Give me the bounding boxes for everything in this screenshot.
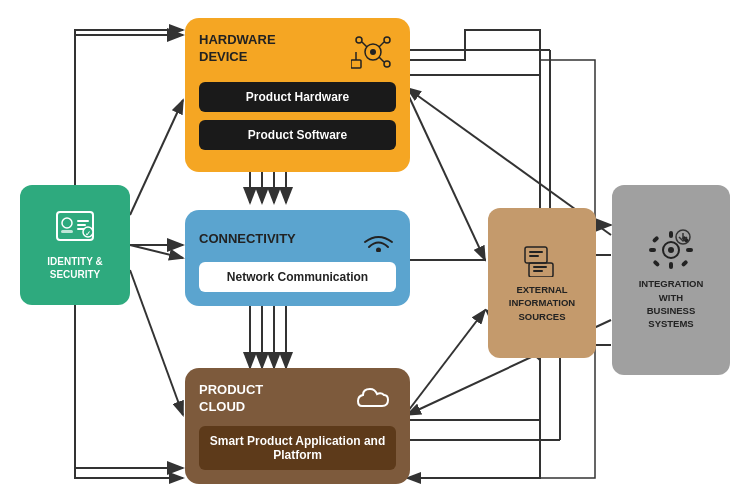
hardware-title: HARDWAREDEVICE	[199, 32, 276, 66]
hardware-icon	[351, 32, 396, 72]
svg-rect-39	[61, 230, 73, 233]
svg-point-55	[376, 248, 381, 253]
svg-rect-40	[77, 220, 89, 222]
hardware-device-box: HARDWAREDEVICE Product Hardware Product …	[185, 18, 410, 172]
product-cloud-box: PRODUCTCLOUD Smart Product Application a…	[185, 368, 410, 484]
connectivity-title: CONNECTIVITY	[199, 231, 296, 246]
svg-point-47	[356, 37, 362, 43]
integration-label: INTEGRATIONWITHBUSINESSSYSTEMS	[639, 277, 704, 330]
svg-line-51	[379, 42, 384, 47]
product-software-item: Product Software	[199, 120, 396, 150]
svg-rect-71	[681, 260, 689, 268]
svg-rect-53	[351, 60, 361, 68]
svg-rect-65	[669, 262, 673, 269]
svg-point-46	[370, 49, 376, 55]
smart-product-item: Smart Product Application and Platform	[199, 426, 396, 470]
svg-rect-60	[533, 266, 547, 268]
svg-line-4	[130, 270, 183, 415]
svg-line-2	[130, 100, 183, 215]
svg-point-48	[384, 37, 390, 43]
svg-line-5	[405, 88, 485, 260]
svg-rect-66	[649, 248, 656, 252]
svg-rect-64	[669, 231, 673, 238]
connectivity-box: CONNECTIVITY Network Communication	[185, 210, 410, 306]
identity-label: IDENTITY & SECURITY	[28, 255, 122, 281]
connectivity-icon	[361, 224, 396, 252]
external-label: EXTERNALINFORMATIONSOURCES	[509, 283, 575, 323]
svg-point-38	[62, 218, 72, 228]
svg-point-49	[384, 61, 390, 67]
svg-rect-70	[652, 260, 660, 268]
cloud-icon	[354, 382, 396, 414]
network-communication-item: Network Communication	[199, 262, 396, 292]
svg-rect-57	[529, 251, 543, 253]
svg-rect-68	[652, 236, 660, 244]
svg-line-52	[379, 57, 384, 62]
cloud-title: PRODUCTCLOUD	[199, 382, 263, 416]
product-hardware-item: Product Hardware	[199, 82, 396, 112]
svg-line-3	[130, 245, 183, 258]
integration-icon	[647, 229, 695, 271]
svg-line-50	[362, 42, 367, 47]
integration-box: INTEGRATIONWITHBUSINESSSYSTEMS	[612, 185, 730, 375]
identity-icon: ✓	[55, 210, 95, 249]
diagram-container: ✓ IDENTITY & SECURITY HARDWAREDEVICE Pro…	[0, 0, 751, 501]
external-information-box: EXTERNALINFORMATIONSOURCES	[488, 208, 596, 358]
identity-security-box: ✓ IDENTITY & SECURITY	[20, 185, 130, 305]
svg-line-6	[405, 310, 485, 415]
external-icon	[523, 243, 561, 277]
svg-point-63	[668, 247, 674, 253]
svg-rect-58	[529, 255, 539, 257]
svg-rect-41	[77, 224, 86, 226]
svg-rect-67	[686, 248, 693, 252]
svg-rect-61	[533, 270, 543, 272]
svg-text:✓: ✓	[85, 230, 91, 237]
